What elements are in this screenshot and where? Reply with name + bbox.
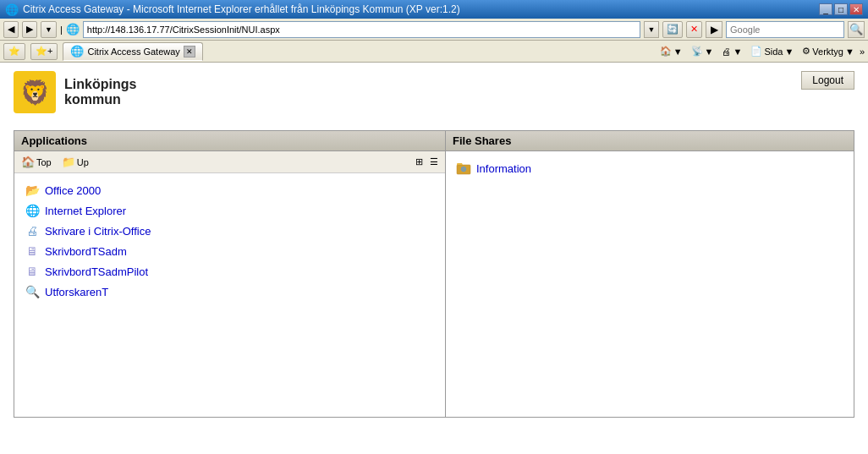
browser-icon: 🌐 (5, 3, 19, 16)
active-tab[interactable]: 🌐 Citrix Access Gateway ✕ (63, 42, 202, 61)
logout-button[interactable]: Logout (801, 71, 854, 90)
page-icon2: 📄 (750, 46, 762, 57)
tools-btn[interactable]: ⚙ Verktyg▼ (799, 43, 858, 60)
stop-btn[interactable]: ✕ (686, 21, 702, 38)
printer-icon: 🖨 (25, 223, 40, 238)
app-label: Internet Explorer (45, 205, 126, 217)
globe-icon: 🌐 (25, 203, 40, 218)
panels: Applications 🏠 Top 📁 Up ⊞ ☰ (14, 130, 854, 418)
tab-icon: 🌐 (70, 45, 84, 57)
print-btn[interactable]: 🖨▼ (718, 43, 745, 60)
page-btn[interactable]: 📄 Sida▼ (747, 43, 797, 60)
up-btn[interactable]: 📁 Up (60, 155, 91, 169)
list-item[interactable]: 🖨 Skrivare i Citrix-Office (21, 221, 438, 241)
address-input[interactable] (83, 21, 640, 38)
title-bar: 🌐 Citrix Access Gateway - Microsoft Inte… (0, 0, 868, 19)
search-btn[interactable]: 🔍 (848, 21, 865, 38)
list-item[interactable]: 🖥 SkrivbordTSadm (21, 241, 438, 261)
toolbar-right: 🏠▼ 📡▼ 🖨▼ 📄 Sida▼ ⚙ Verktyg▼ » (656, 43, 865, 60)
tab-label: Citrix Access Gateway (87, 46, 179, 57)
list-icon: ☰ (430, 156, 438, 167)
app-label: UtforskarenT (45, 286, 108, 298)
address-label: | (60, 25, 63, 35)
rss-icon: 📡 (691, 46, 703, 57)
fileshares-panel: File Shares Information (446, 131, 854, 417)
fileshare-label: Information (476, 162, 531, 175)
window-title: Citrix Access Gateway - Microsoft Intern… (23, 3, 460, 15)
refresh-btn[interactable]: 🔄 (662, 21, 683, 38)
list-item[interactable]: Information (453, 158, 847, 178)
print-icon: 🖨 (722, 46, 731, 57)
fileshares-list: Information (446, 151, 854, 417)
back-btn[interactable]: ◀ (3, 21, 19, 38)
close-btn[interactable]: ✕ (849, 3, 863, 15)
top-icon: 🏠 (21, 156, 35, 168)
home-icon: 🏠 (660, 46, 672, 57)
search-input[interactable] (726, 21, 844, 38)
list-item[interactable]: 🌐 Internet Explorer (21, 200, 438, 221)
app-label: SkrivbordTSadmPilot (45, 265, 148, 278)
applications-panel: Applications 🏠 Top 📁 Up ⊞ ☰ (14, 131, 446, 417)
add-star-icon: ⭐+ (36, 46, 52, 57)
grid-view-btn[interactable]: ⊞ (414, 156, 425, 168)
svg-text:🦁: 🦁 (20, 79, 50, 107)
folder-icon: 📂 (25, 183, 40, 198)
panel-toolbar-right: ⊞ ☰ (414, 156, 440, 168)
app-label: Skrivare i Citrix-Office (45, 225, 151, 238)
dropdown-btn[interactable]: ▼ (41, 21, 57, 38)
rss-btn[interactable]: 📡▼ (688, 43, 717, 60)
app-label: Office 2000 (45, 184, 101, 197)
network-folder-svg (456, 161, 471, 176)
maximize-btn[interactable]: □ (834, 3, 848, 15)
forward-btn[interactable]: ▶ (22, 21, 37, 38)
address-dropdown-btn[interactable]: ▼ (644, 21, 659, 38)
fileshares-header: File Shares (446, 131, 854, 151)
tab-close-btn[interactable]: ✕ (184, 46, 195, 57)
page-icon: 🌐 (66, 23, 80, 36)
list-item[interactable]: 🔍 UtforskarenT (21, 282, 438, 302)
top-btn[interactable]: 🏠 Top (19, 155, 53, 169)
go-btn[interactable]: ▶ (706, 21, 722, 38)
applications-toolbar: 🏠 Top 📁 Up ⊞ ☰ (14, 151, 445, 173)
favorites-bar: ⭐ ⭐+ 🌐 Citrix Access Gateway ✕ 🏠▼ 📡▼ 🖨▼ … (0, 41, 868, 63)
main-content: 🦁 Linköpings kommun Logout Applications … (0, 63, 868, 432)
desktop-icon: 🖥 (25, 243, 40, 259)
up-icon: 📁 (62, 156, 75, 168)
add-favorites-btn[interactable]: ⭐+ (30, 43, 58, 60)
logo-area: 🦁 Linköpings kommun (14, 71, 136, 113)
lion-logo: 🦁 (14, 71, 56, 113)
minimize-btn[interactable]: _ (819, 3, 832, 15)
applications-list: 📂 Office 2000 🌐 Internet Explorer 🖨 Skri… (14, 173, 445, 417)
network-folder-icon (456, 161, 471, 176)
list-view-btn[interactable]: ☰ (428, 156, 440, 168)
org-name: Linköpings kommun (64, 77, 136, 107)
list-item[interactable]: 📂 Office 2000 (21, 180, 438, 200)
address-bar: ◀ ▶ ▼ | 🌐 ▼ 🔄 ✕ ▶ 🔍 (0, 19, 868, 41)
window-controls[interactable]: _ □ ✕ (819, 3, 863, 15)
home-btn[interactable]: 🏠▼ (656, 43, 686, 60)
tools-icon: ⚙ (802, 46, 810, 57)
toolbar-expand-icon: » (860, 46, 865, 57)
app-label: SkrivbordTSadm (45, 245, 127, 258)
grid-icon: ⊞ (415, 156, 423, 167)
star-icon: ⭐ (8, 46, 20, 57)
desktop-icon2: 🖥 (25, 264, 40, 279)
logout-container: Logout (801, 71, 854, 90)
search-icon: 🔍 (25, 284, 40, 299)
list-item[interactable]: 🖥 SkrivbordTSadmPilot (21, 261, 438, 282)
applications-header: Applications (14, 131, 445, 151)
favorites-star-btn[interactable]: ⭐ (3, 43, 25, 60)
